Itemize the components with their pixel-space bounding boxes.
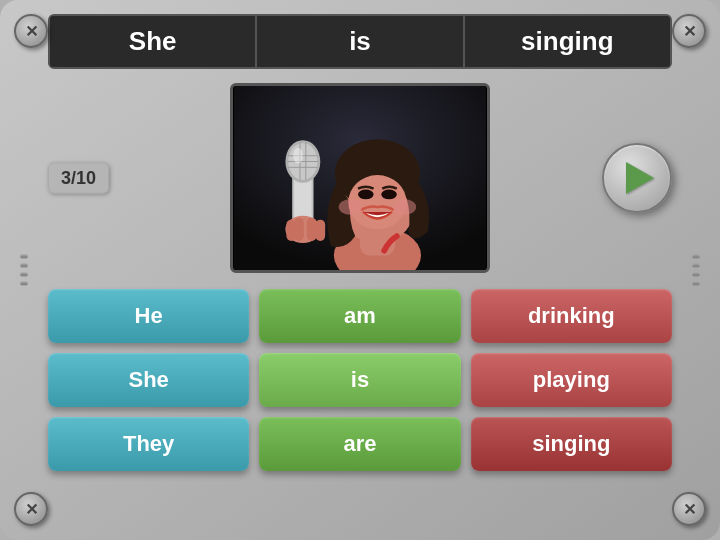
sentence-word2: is bbox=[257, 16, 464, 67]
close-button-tl[interactable]: ✕ bbox=[14, 14, 48, 48]
svg-point-6 bbox=[358, 190, 373, 200]
svg-rect-24 bbox=[315, 220, 325, 241]
svg-rect-22 bbox=[294, 218, 304, 241]
svg-point-8 bbox=[339, 199, 362, 214]
close-icon-tl: ✕ bbox=[25, 22, 38, 41]
play-button[interactable] bbox=[602, 143, 672, 213]
singer-image bbox=[230, 83, 490, 273]
sentence-word3: singing bbox=[465, 16, 670, 67]
close-button-bl[interactable]: ✕ bbox=[14, 492, 48, 526]
svg-rect-23 bbox=[307, 218, 317, 241]
svg-point-9 bbox=[393, 199, 416, 214]
verb-is-button[interactable]: is bbox=[259, 353, 460, 407]
action-playing-button[interactable]: playing bbox=[471, 353, 672, 407]
subject-she-button[interactable]: She bbox=[48, 353, 249, 407]
close-icon-tr: ✕ bbox=[683, 22, 696, 41]
verb-am-button[interactable]: am bbox=[259, 289, 460, 343]
subject-they-button[interactable]: They bbox=[48, 417, 249, 471]
action-drinking-button[interactable]: drinking bbox=[471, 289, 672, 343]
close-button-br[interactable]: ✕ bbox=[672, 492, 706, 526]
close-button-tr[interactable]: ✕ bbox=[672, 14, 706, 48]
verb-are-button[interactable]: are bbox=[259, 417, 460, 471]
close-icon-br: ✕ bbox=[683, 500, 696, 519]
svg-point-7 bbox=[381, 190, 396, 200]
subject-he-button[interactable]: He bbox=[48, 289, 249, 343]
play-icon bbox=[626, 162, 654, 194]
middle-section: 3/10 bbox=[48, 83, 672, 273]
sentence-word1: She bbox=[50, 16, 257, 67]
buttons-grid: He am drinking She is playing They are s… bbox=[48, 289, 672, 471]
right-grip bbox=[692, 255, 700, 286]
app-frame: ✕ ✕ ✕ ✕ She is singing 3/10 bbox=[0, 0, 720, 540]
left-grip bbox=[20, 255, 28, 286]
close-icon-bl: ✕ bbox=[25, 500, 38, 519]
action-singing-button[interactable]: singing bbox=[471, 417, 672, 471]
counter-badge: 3/10 bbox=[48, 163, 109, 194]
svg-point-19 bbox=[293, 148, 303, 163]
sentence-bar: She is singing bbox=[48, 14, 672, 69]
